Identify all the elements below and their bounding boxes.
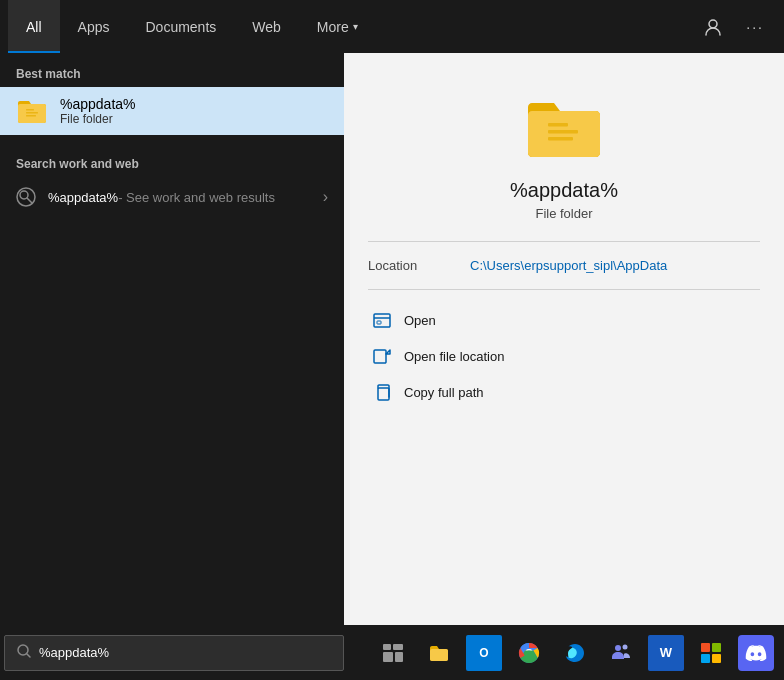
search-web-item[interactable]: %appdata% - See work and web results › — [0, 177, 344, 217]
search-circle-icon — [16, 187, 36, 207]
svg-line-6 — [27, 198, 32, 203]
svg-rect-28 — [712, 654, 721, 663]
location-label: Location — [368, 258, 458, 273]
svg-rect-7 — [548, 123, 568, 127]
svg-rect-26 — [712, 643, 721, 652]
location-value[interactable]: C:\Users\erpsupport_sipl\AppData — [470, 258, 667, 273]
svg-rect-9 — [548, 137, 573, 141]
svg-rect-10 — [374, 314, 390, 327]
app-icon-large — [524, 93, 604, 167]
svg-line-15 — [27, 654, 30, 657]
svg-rect-1 — [26, 109, 34, 111]
copy-icon — [372, 382, 392, 402]
tab-documents[interactable]: Documents — [127, 0, 234, 53]
svg-rect-8 — [548, 130, 578, 134]
ellipsis-button[interactable]: ··· — [734, 0, 776, 53]
svg-point-23 — [615, 645, 621, 651]
taskbar-search-icon — [17, 644, 31, 661]
chrome-button[interactable] — [508, 625, 550, 680]
search-web-text: %appdata% - See work and web results — [48, 190, 311, 205]
outlook-button[interactable]: O — [466, 635, 502, 671]
user-icon — [704, 18, 722, 36]
open-file-location-label: Open file location — [404, 349, 504, 364]
svg-rect-18 — [383, 652, 393, 662]
svg-rect-25 — [701, 643, 710, 652]
action-open-file-location[interactable]: Open file location — [368, 338, 760, 374]
svg-rect-27 — [701, 654, 710, 663]
task-view-button[interactable] — [372, 625, 414, 680]
action-open[interactable]: Open — [368, 302, 760, 338]
search-web-section: Search work and web %appdata% - See work… — [0, 143, 344, 217]
taskbar-right: O — [372, 625, 776, 680]
taskbar-search-text: %appdata% — [39, 645, 109, 660]
left-panel: Best match %appdata% File f — [0, 53, 344, 625]
svg-rect-11 — [377, 321, 381, 324]
tab-all[interactable]: All — [8, 0, 60, 53]
result-item-appdata[interactable]: %appdata% File folder — [0, 87, 344, 135]
svg-point-24 — [623, 644, 628, 649]
taskbar-search-bar[interactable]: %appdata% — [4, 635, 344, 671]
location-row: Location C:\Users\erpsupport_sipl\AppDat… — [368, 258, 760, 273]
tab-more[interactable]: More ▾ — [299, 0, 376, 53]
action-divider — [368, 289, 760, 290]
tab-apps[interactable]: Apps — [60, 0, 128, 53]
nav-tabs: All Apps Documents Web More ▾ ··· — [0, 0, 784, 53]
arrow-right-icon[interactable]: › — [323, 188, 328, 206]
teams-button[interactable] — [600, 625, 642, 680]
top-divider — [368, 241, 760, 242]
svg-rect-16 — [383, 644, 391, 650]
svg-point-0 — [709, 20, 717, 28]
location-icon — [372, 346, 392, 366]
taskbar: %appdata% O — [0, 625, 784, 680]
app-name: %appdata% — [510, 179, 618, 202]
file-explorer-button[interactable] — [418, 625, 460, 680]
tab-web[interactable]: Web — [234, 0, 299, 53]
svg-rect-17 — [393, 644, 403, 650]
word-button[interactable]: W — [648, 635, 684, 671]
open-label: Open — [404, 313, 436, 328]
svg-rect-12 — [374, 350, 386, 363]
chevron-down-icon: ▾ — [353, 21, 358, 32]
svg-rect-19 — [395, 652, 403, 662]
outlook-icon: O — [479, 646, 488, 660]
discord-button[interactable] — [738, 635, 774, 671]
app-type: File folder — [535, 206, 592, 221]
search-web-label: Search work and web — [0, 143, 344, 177]
open-icon — [372, 310, 392, 330]
edge-button[interactable] — [554, 625, 596, 680]
store-button[interactable] — [690, 625, 732, 680]
copy-full-path-label: Copy full path — [404, 385, 484, 400]
result-text: %appdata% File folder — [60, 96, 136, 126]
svg-rect-3 — [26, 115, 36, 117]
svg-rect-2 — [26, 112, 38, 114]
svg-rect-13 — [378, 388, 389, 400]
word-icon: W — [660, 645, 672, 660]
best-match-label: Best match — [0, 53, 344, 87]
right-panel: %appdata% File folder Location C:\Users\… — [344, 53, 784, 625]
folder-icon — [16, 95, 48, 127]
result-subtitle: File folder — [60, 112, 136, 126]
result-title: %appdata% — [60, 96, 136, 112]
action-copy-path[interactable]: Copy full path — [368, 374, 760, 410]
user-icon-button[interactable] — [692, 0, 734, 53]
